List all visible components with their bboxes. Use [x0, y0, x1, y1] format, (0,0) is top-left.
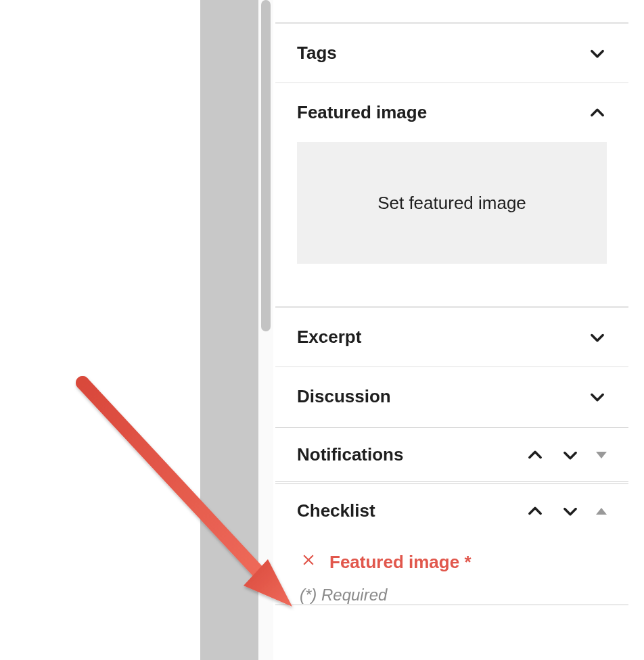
move-up-icon[interactable]: [526, 446, 545, 465]
checklist-item-label: Featured image *: [329, 552, 472, 573]
panel-tags-toggle[interactable]: Tags: [275, 24, 628, 82]
panel-edge: [275, 0, 628, 23]
collapse-triangle-icon[interactable]: [596, 452, 607, 458]
panel-notifications: Notifications: [275, 427, 628, 482]
panel-tags-title: Tags: [297, 43, 337, 64]
panel-featured-image-title: Featured image: [297, 102, 427, 123]
set-featured-image-button[interactable]: Set featured image: [297, 142, 607, 264]
checklist-required-note: (*) Required: [275, 586, 628, 605]
panel-tags: Tags: [275, 23, 628, 82]
panel-featured-image-toggle[interactable]: Featured image: [275, 83, 628, 142]
chevron-down-icon: [588, 387, 607, 406]
panel-discussion: Discussion: [275, 367, 628, 426]
chevron-down-icon: [588, 328, 607, 347]
panel-checklist-toggle[interactable]: Checklist: [275, 484, 628, 538]
panel-excerpt-title: Excerpt: [297, 327, 361, 348]
move-down-icon[interactable]: [561, 446, 580, 465]
panel-checklist: Checklist Featured image * (*) Required: [275, 484, 628, 605]
settings-sidebar: Tags Featured image Set featured image E…: [275, 0, 628, 660]
panel-excerpt: Excerpt: [275, 307, 628, 367]
collapse-triangle-icon[interactable]: [596, 508, 607, 515]
chevron-up-icon: [588, 103, 607, 122]
panel-notifications-title: Notifications: [297, 444, 403, 465]
panel-notifications-toggle[interactable]: Notifications: [275, 428, 628, 481]
chevron-down-icon: [588, 44, 607, 63]
panel-featured-image-body: Set featured image: [275, 142, 628, 291]
move-up-icon[interactable]: [526, 502, 545, 521]
panel-discussion-title: Discussion: [297, 386, 391, 407]
panel-excerpt-toggle[interactable]: Excerpt: [275, 308, 628, 367]
content-gutter: [200, 0, 258, 660]
panel-checklist-title: Checklist: [297, 500, 375, 521]
svg-point-0: [76, 376, 89, 390]
checklist-body: Featured image *: [275, 538, 628, 573]
panel-divider: [275, 291, 628, 307]
panel-discussion-toggle[interactable]: Discussion: [275, 367, 628, 426]
right-edge: [629, 0, 644, 660]
move-down-icon[interactable]: [561, 502, 580, 521]
panel-featured-image: Featured image Set featured image: [275, 82, 628, 291]
scrollbar-thumb[interactable]: [261, 0, 271, 331]
x-icon: [300, 551, 317, 573]
checklist-item: Featured image *: [300, 551, 604, 573]
